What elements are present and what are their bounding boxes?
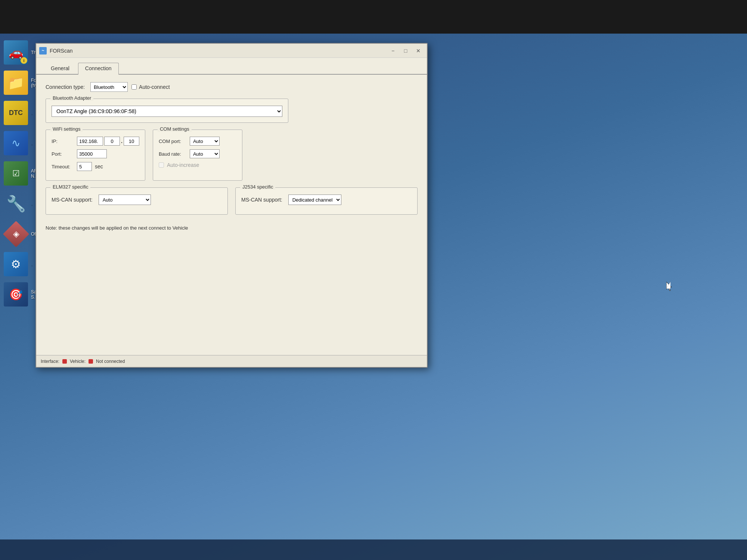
com-group-title: COM settings — [158, 126, 192, 132]
elm327-group-title: ELM327 specific — [50, 184, 90, 190]
j2534-mscan-dropdown[interactable]: Dedicated channel Auto Enabled Disabled — [288, 195, 341, 205]
wifi-settings-group: WiFi settings IP: . Port: — [46, 130, 145, 181]
settings-row: WiFi settings IP: . Port: — [46, 130, 418, 181]
connection-status-text: Not connected — [96, 359, 125, 364]
elm327-group: ELM327 specific MS-CAN support: Auto Ena… — [46, 187, 228, 215]
vehicle-label: Vehicle: — [70, 359, 86, 364]
list-icon: ☑ — [4, 161, 28, 186]
port-label: Port: — [52, 151, 74, 157]
auto-increase-row: Auto-increase — [159, 162, 236, 168]
j2534-group-title: J2534 specific — [240, 184, 275, 190]
timeout-input[interactable] — [77, 162, 92, 171]
steering-icon: 🎯 — [4, 282, 28, 307]
note-text: Note: these changes will be applied on t… — [46, 221, 418, 234]
thispc-icon: 🚗 i — [4, 40, 28, 65]
timeout-unit: sec — [95, 164, 103, 169]
wave-label: . — [31, 141, 32, 146]
com-port-label: COM port: — [159, 139, 187, 144]
dtc-label: . — [31, 111, 32, 116]
top-bar — [0, 0, 747, 34]
status-bar: Interface: Vehicle: Not connected — [36, 355, 427, 367]
taskbar — [0, 539, 747, 560]
bluetooth-adapter-dropdown[interactable]: OonTZ Angle (36:C9:0D:96:0F:58) — [52, 106, 282, 117]
port-input[interactable] — [77, 149, 107, 158]
mouse-cursor — [666, 282, 672, 289]
app-icon: ~ — [39, 47, 47, 55]
window-content: Connection type: Bluetooth Auto-connect … — [36, 75, 427, 355]
wave-icon: ∿ — [4, 131, 28, 155]
window-title: FORScan — [50, 48, 387, 54]
timeout-label: Timeout: — [52, 164, 74, 169]
port-field-row: Port: — [52, 149, 139, 158]
wrench-icon: 🔧 — [4, 192, 28, 216]
tab-bar: General Connection — [36, 58, 427, 75]
settings-label: . — [31, 262, 32, 267]
auto-connect-label: Auto-connect — [139, 84, 170, 90]
auto-increase-checkbox[interactable] — [159, 162, 164, 168]
window-controls: − □ ✕ — [387, 46, 424, 55]
ip-input-group: . — [77, 137, 139, 146]
j2534-mscan-row: MS-CAN support: Dedicated channel Auto E… — [241, 195, 412, 205]
ip-field-row: IP: . — [52, 137, 139, 146]
com-settings-group: COM settings COM port: Auto Baud rate: A… — [153, 130, 242, 181]
auto-connect-checkbox[interactable] — [131, 84, 137, 90]
forms-icon: 📁 — [4, 71, 28, 95]
ip-dot: . — [121, 138, 123, 144]
baud-rate-label: Baud rate: — [159, 151, 187, 157]
connection-type-label: Connection type: — [46, 84, 85, 90]
ip-part2-input[interactable] — [104, 137, 120, 146]
j2534-mscan-label: MS-CAN support: — [241, 197, 282, 203]
elm-mscan-row: MS-CAN support: Auto Enabled Disabled — [52, 195, 222, 205]
connection-type-dropdown[interactable]: Bluetooth — [90, 82, 128, 92]
auto-increase-label: Auto-increase — [167, 162, 199, 168]
com-port-dropdown[interactable]: Auto — [190, 137, 220, 146]
minimize-button[interactable]: − — [387, 46, 399, 55]
wifi-group-title: WiFi settings — [50, 126, 83, 132]
bluetooth-adapter-group: Bluetooth Adapter OonTZ Angle (36:C9:0D:… — [46, 99, 288, 123]
title-bar: ~ FORScan − □ ✕ — [36, 44, 427, 58]
elm-mscan-label: MS-CAN support: — [52, 197, 93, 203]
vehicle-status-dot — [89, 359, 93, 364]
close-button[interactable]: ✕ — [413, 46, 424, 55]
j2534-group: J2534 specific MS-CAN support: Dedicated… — [235, 187, 418, 215]
elm-mscan-dropdown[interactable]: Auto Enabled Disabled — [99, 195, 151, 205]
ip-part3-input[interactable] — [124, 137, 139, 146]
gear-blue-icon: ⚙ — [4, 252, 28, 276]
desktop: 🚗 i This P... 📁 Forms-P... (hydro-f... D… — [0, 0, 747, 560]
baud-rate-row: Baud rate: Auto — [159, 149, 236, 158]
interface-status-dot — [62, 359, 67, 364]
tab-connection[interactable]: Connection — [78, 63, 119, 75]
tab-general[interactable]: General — [44, 63, 77, 74]
bluetooth-group-title: Bluetooth Adapter — [50, 95, 93, 101]
baud-rate-dropdown[interactable]: Auto — [190, 149, 220, 158]
connection-type-row: Connection type: Bluetooth Auto-connect — [46, 82, 418, 92]
ip-part1-input[interactable] — [77, 137, 103, 146]
ip-label: IP: — [52, 139, 74, 144]
wrench-label: . — [31, 201, 32, 206]
specific-row: ELM327 specific MS-CAN support: Auto Ena… — [46, 187, 418, 215]
dtc-icon: DTC — [4, 101, 28, 125]
forscan-window: ~ FORScan − □ ✕ General Connection Conne… — [35, 43, 428, 368]
office-icon: ◈ — [4, 222, 28, 246]
timeout-field-row: Timeout: sec — [52, 162, 139, 171]
com-port-row: COM port: Auto — [159, 137, 236, 146]
interface-label: Interface: — [41, 359, 59, 364]
auto-connect-row: Auto-connect — [131, 84, 170, 90]
maximize-button[interactable]: □ — [400, 46, 411, 55]
